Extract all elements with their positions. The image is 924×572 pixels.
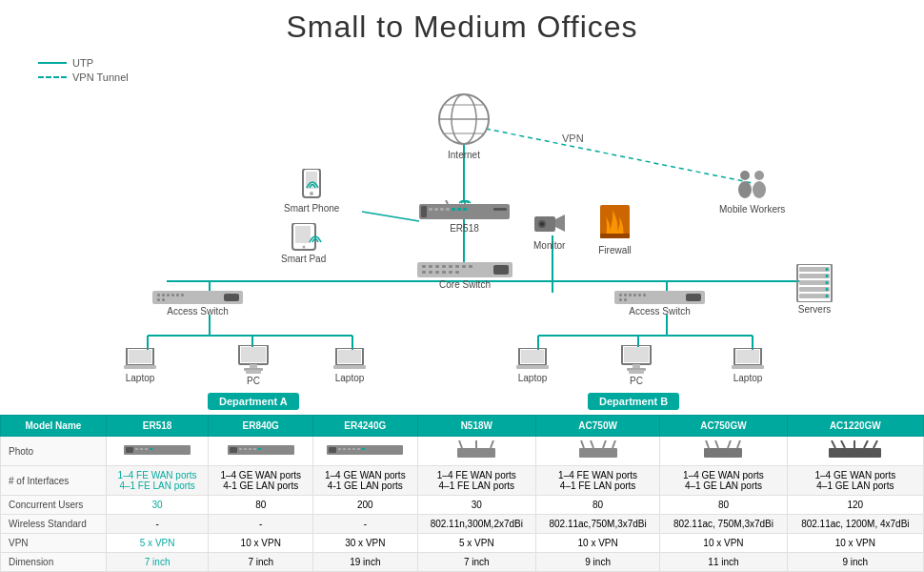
col-header-model: Model Name: [1, 416, 107, 437]
laptop-2-icon: [333, 348, 366, 371]
svg-rect-120: [629, 370, 644, 374]
svg-rect-116: [624, 347, 649, 362]
dim-n518w: 7 inch: [417, 553, 535, 572]
svg-rect-143: [357, 448, 360, 450]
access-switch-left-device: Access Switch: [152, 291, 243, 317]
svg-rect-72: [799, 280, 830, 285]
svg-point-66: [540, 222, 544, 226]
ws-er518: -: [106, 515, 209, 534]
svg-rect-142: [352, 448, 355, 450]
svg-rect-83: [167, 294, 170, 296]
col-header-er518: ER518: [106, 416, 209, 437]
svg-rect-39: [440, 208, 444, 211]
pc-right-icon: [619, 345, 653, 374]
laptop-right-2: Laptop: [732, 348, 764, 383]
ws-ac750w: 802.11ac,750M,3x7dBi: [536, 515, 660, 534]
svg-rect-38: [434, 208, 438, 211]
mobile-workers-device: Mobile Workers: [719, 169, 785, 214]
cu-ac750w: 80: [536, 496, 660, 515]
dim-er4240g: 19 inch: [313, 553, 418, 572]
svg-rect-145: [457, 448, 495, 458]
svg-rect-154: [704, 448, 742, 458]
pc-right: PC: [619, 345, 653, 386]
svg-rect-82: [162, 294, 165, 296]
core-switch-icon: [417, 262, 512, 277]
svg-rect-140: [343, 448, 346, 450]
monitor-label: Monitor: [533, 240, 565, 251]
photo-er4240g: [313, 437, 418, 466]
vpn-ac750gw: 10 x VPN: [660, 534, 787, 553]
iface-er518: 1–4 FE WAN ports4–1 FE LAN ports: [106, 466, 209, 496]
globe-icon: [435, 91, 492, 148]
vpn-er518-text: 5 x VPN: [140, 538, 175, 548]
svg-rect-99: [686, 294, 701, 301]
laptop-left-2: Laptop: [333, 348, 366, 383]
svg-rect-138: [329, 447, 336, 453]
iface-er4240g: 1–4 GE WAN ports4-1 GE LAN ports: [313, 466, 418, 496]
vpn-er518: 5 x VPN: [106, 534, 209, 553]
svg-rect-149: [579, 448, 617, 458]
laptop-1-icon: [124, 348, 156, 371]
svg-rect-59: [442, 271, 446, 274]
svg-rect-71: [799, 274, 830, 278]
svg-rect-133: [244, 448, 247, 450]
svg-rect-55: [469, 265, 472, 268]
svg-rect-137: [327, 445, 403, 455]
svg-rect-139: [338, 448, 341, 450]
svg-rect-54: [462, 265, 466, 268]
svg-rect-123: [732, 365, 764, 369]
cu-er4240g: 200: [313, 496, 418, 515]
svg-rect-122: [736, 350, 759, 363]
col-header-ac750gw: AC750GW: [660, 416, 787, 437]
firewall-label: Firewall: [598, 245, 632, 255]
access-switch-right-icon: [614, 291, 705, 304]
photo-er518: [106, 437, 209, 466]
svg-rect-141: [348, 448, 351, 450]
svg-rect-42: [457, 208, 461, 211]
laptop-2-label: Laptop: [333, 373, 366, 383]
mobile-workers-label: Mobile Workers: [719, 204, 785, 214]
router-device: ER518: [419, 200, 510, 234]
svg-rect-60: [449, 271, 452, 274]
cu-ac1220gw: 120: [787, 496, 923, 515]
svg-rect-89: [224, 294, 239, 301]
svg-point-31: [310, 192, 313, 195]
dept-a-container: Department A: [208, 393, 299, 410]
interfaces-row: # of Interfaces 1–4 FE WAN ports4–1 FE L…: [1, 466, 924, 496]
svg-rect-104: [241, 347, 266, 362]
svg-point-26: [738, 181, 752, 198]
svg-rect-81: [157, 294, 160, 296]
svg-rect-52: [449, 265, 452, 268]
svg-line-151: [591, 440, 593, 448]
svg-rect-128: [145, 448, 148, 450]
cu-er518-text: 30: [152, 500, 163, 510]
vpn-er4240g: 30 x VPN: [313, 534, 418, 553]
ws-ac1220gw: 802.11ac, 1200M, 4x7dBi: [787, 515, 923, 534]
svg-rect-95: [638, 294, 641, 296]
pc-right-label: PC: [619, 376, 653, 386]
dimension-row: Dimension 7 inch 7 inch 19 inch 7 inch 9…: [1, 553, 924, 572]
col-header-n518w: N518W: [417, 416, 535, 437]
wifi-waves-2-icon: [308, 231, 323, 244]
svg-rect-70: [799, 267, 830, 272]
vpn-ac750w: 10 x VPN: [536, 534, 660, 553]
svg-rect-136: [258, 448, 261, 450]
svg-rect-127: [140, 448, 143, 450]
cu-n518w: 30: [417, 496, 535, 515]
er4240g-photo-icon: [327, 443, 403, 457]
svg-line-150: [581, 440, 584, 448]
svg-point-76: [826, 275, 829, 277]
svg-rect-61: [455, 271, 459, 274]
svg-rect-87: [157, 298, 160, 301]
row-label-dimension: Dimension: [1, 553, 107, 572]
smart-phone-label: Smart Phone: [284, 203, 339, 214]
svg-rect-48: [422, 265, 426, 268]
svg-rect-53: [455, 265, 459, 268]
svg-rect-93: [629, 294, 632, 296]
smart-pad-label: Smart Pad: [281, 254, 326, 264]
vpn-er840g: 10 x VPN: [209, 534, 313, 553]
row-label-interfaces: # of Interfaces: [1, 466, 107, 496]
laptop-4-icon: [732, 348, 764, 371]
svg-point-77: [826, 281, 829, 284]
svg-line-18: [486, 129, 753, 183]
